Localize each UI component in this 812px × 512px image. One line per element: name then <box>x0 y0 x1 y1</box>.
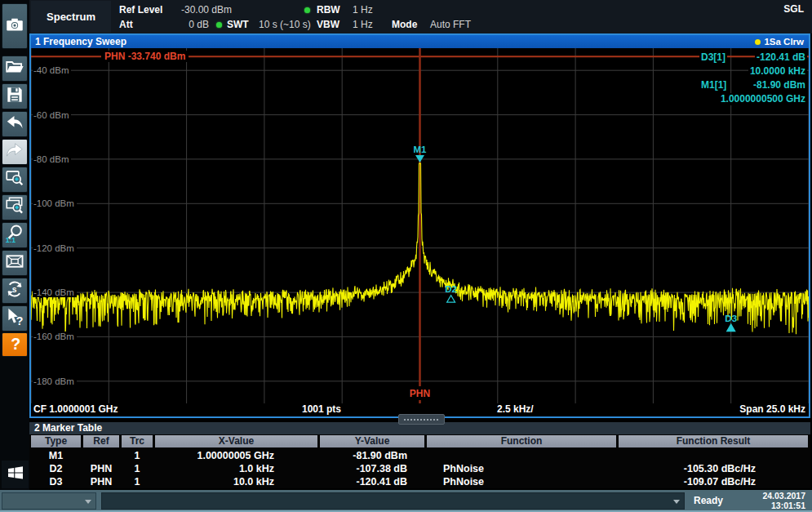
status-date: 24.03.2017 <box>762 492 805 501</box>
marker-table-body: M111.00000005 GHz-81.90 dBmD2PHN11.0 kHz… <box>31 449 808 488</box>
y-axis-tick-label: -80 dBm <box>33 154 71 164</box>
save-icon <box>4 84 25 109</box>
marker-readout-row: 1.0000000500 GHz <box>699 93 807 107</box>
marker-table-header: TypeRefTrcX-ValueY-ValueFunctionFunction… <box>31 435 810 447</box>
marker-table-window: 2 Marker Table TypeRefTrcX-ValueY-ValueF… <box>29 422 810 488</box>
undo-arrow-icon <box>4 112 25 136</box>
svg-text:s: s <box>12 285 17 294</box>
zoom-selection-icon <box>4 167 25 192</box>
camera-icon <box>4 14 25 38</box>
sweep-restart-icon: s <box>4 278 25 303</box>
status-time: 13:01:51 <box>762 501 805 511</box>
svg-text:D3: D3 <box>725 314 737 323</box>
trace-badge[interactable]: 1Sa Clrw <box>755 35 804 48</box>
swt-value[interactable]: 10 s (~10 s) <box>259 19 311 30</box>
spectrum-plot[interactable]: M1D2D3PHN -40 dBm-60 dBm-80 dBm-100 dBm-… <box>31 48 809 403</box>
rbw-led-icon <box>304 7 310 13</box>
span[interactable]: Span 25.0 kHz <box>739 403 805 416</box>
att-label: Att <box>119 19 133 30</box>
marker-readout-row: M1[1]-81.90 dBm <box>699 79 807 93</box>
open-file-button[interactable] <box>2 56 28 82</box>
dropdown-arrow-icon <box>85 500 91 504</box>
window-splitter-handle[interactable] <box>398 414 445 425</box>
cursor-help-icon: ? <box>4 306 25 331</box>
rbw-value[interactable]: 1 Hz <box>353 4 373 16</box>
svg-text:D2: D2 <box>445 284 457 294</box>
swt-label: SWT <box>227 19 249 30</box>
marker-table-row: M111.00000005 GHz-81.90 dBm <box>31 449 808 462</box>
y-axis-tick-label: -180 dBm <box>33 376 77 386</box>
frequency-sweep-window: 1 Frequency Sweep 1Sa Clrw M1D2D3PHN -40… <box>29 33 810 418</box>
toolbar-sidebar: 1:1 s ? ? <box>0 0 29 490</box>
marker-readout-row: D3[1]-120.41 dB <box>699 51 807 65</box>
marker-table-column-header[interactable]: Function Result <box>619 435 808 447</box>
att-value[interactable]: 0 dB <box>176 19 209 30</box>
center-frequency[interactable]: CF 1.0000001 GHz <box>33 403 118 416</box>
status-ready: Ready <box>694 495 723 506</box>
marker-table-column-header[interactable]: Function <box>427 435 616 447</box>
marker-table-row: D2PHN11.0 kHz-107.38 dBPhNoise-105.30 dB… <box>31 462 808 475</box>
y-axis-tick-label: -40 dBm <box>33 65 71 75</box>
svg-text:?: ? <box>11 335 20 353</box>
swt-led-icon <box>216 22 222 28</box>
help-icon: ? <box>4 332 25 357</box>
redo-arrow-icon <box>4 140 25 164</box>
trace-color-dot-icon <box>755 39 761 45</box>
zoom-selection-button[interactable] <box>2 167 28 193</box>
status-datetime: 24.03.2017 13:01:51 <box>762 492 805 510</box>
status-bar: Ready 24.03.2017 13:01:51 <box>0 490 812 512</box>
help-button[interactable]: ? <box>2 332 28 357</box>
marker-table-row: D3PHN110.0 kHz-120.41 dBPhNoise-109.07 d… <box>31 475 808 488</box>
ref-level-value[interactable]: -30.00 dBm <box>181 4 232 16</box>
vbw-value[interactable]: 1 Hz <box>353 19 373 30</box>
multi-zoom-button[interactable] <box>2 194 28 220</box>
marker-readout-row: 10.0000 kHz <box>699 65 807 79</box>
scale-per-division: 2.5 kHz/ <box>497 403 534 416</box>
y-axis-tick-label: -120 dBm <box>33 243 77 253</box>
sweep-window-title: 1 Frequency Sweep 1Sa Clrw <box>31 35 809 48</box>
y-axis-tick-label: -160 dBm <box>33 332 77 341</box>
vbw-label: VBW <box>317 19 339 30</box>
open-folder-icon <box>4 56 25 81</box>
tab-spectrum[interactable]: Spectrum <box>31 1 111 33</box>
save-button[interactable] <box>2 83 28 109</box>
y-axis-tick-label: -100 dBm <box>33 198 77 208</box>
svg-text:M1: M1 <box>414 145 428 154</box>
settings-header: Spectrum Ref Level -30.00 dBm Att 0 dB S… <box>29 0 812 33</box>
sgl-badge: SGL <box>783 3 804 15</box>
windows-logo-icon <box>5 463 26 486</box>
marker-readout: D3[1]-120.41 dB10.0000 kHzM1[1]-81.90 dB… <box>699 51 807 107</box>
status-left-dropdown[interactable] <box>2 492 96 510</box>
mode-label: Mode <box>392 19 417 30</box>
magnifier-1-1-icon: 1:1 <box>4 223 25 247</box>
svg-text:1:1: 1:1 <box>6 236 16 244</box>
context-help-button[interactable]: ? <box>2 305 28 332</box>
sweep-points: 1001 pts <box>302 403 341 416</box>
redo-button[interactable] <box>2 139 28 165</box>
y-axis-tick-label: -140 dBm <box>33 287 77 297</box>
dropdown-arrow-icon <box>673 500 680 504</box>
ref-level-label: Ref Level <box>119 4 162 16</box>
marker-table-column-header[interactable]: Ref <box>83 435 119 447</box>
splitter-dots-icon <box>404 419 440 421</box>
marker-table-column-header[interactable]: Type <box>31 435 81 447</box>
status-message-area[interactable] <box>101 492 685 510</box>
marker-table-column-header[interactable]: Y-Value <box>320 435 424 447</box>
y-axis-tick-label: -60 dBm <box>33 110 71 120</box>
mode-value[interactable]: Auto FFT <box>430 19 471 30</box>
screenshot-button[interactable] <box>2 3 28 49</box>
zoom-1-1-button[interactable]: 1:1 <box>2 222 28 248</box>
sweep-restart-button[interactable]: s <box>2 278 28 304</box>
undo-button[interactable] <box>2 111 28 137</box>
svg-text:PHN: PHN <box>410 388 430 399</box>
svg-text:?: ? <box>16 314 24 327</box>
zoom-reset-button[interactable] <box>2 250 28 276</box>
phn-reference-label: PHN -33.740 dBm <box>101 51 189 62</box>
windows-start-button[interactable] <box>2 461 29 488</box>
marker-table-column-header[interactable]: X-Value <box>155 435 317 447</box>
rbw-label: RBW <box>317 4 340 16</box>
frame-reset-icon <box>4 251 25 275</box>
multi-zoom-icon <box>4 195 25 220</box>
marker-table-column-header[interactable]: Trc <box>122 435 153 447</box>
